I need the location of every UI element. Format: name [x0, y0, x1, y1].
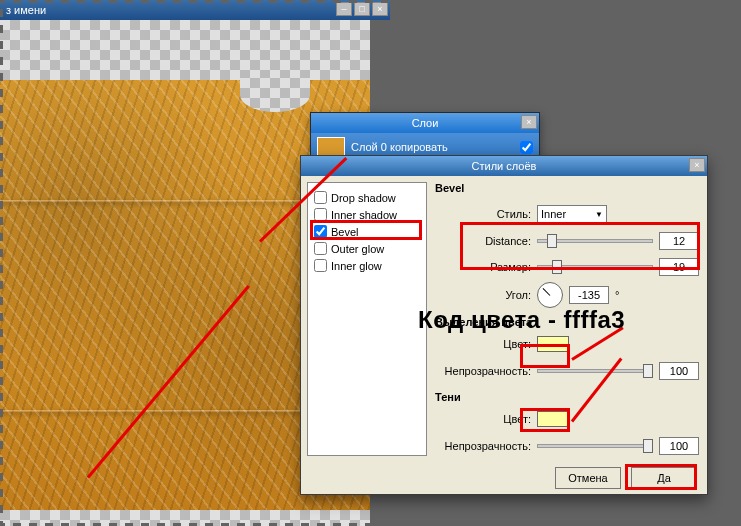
style-label: Стиль: [435, 208, 531, 220]
chevron-down-icon: ▼ [595, 210, 603, 219]
distance-row: Distance: 12 [435, 231, 699, 252]
size-slider[interactable] [537, 265, 653, 269]
size-value[interactable]: 19 [659, 258, 699, 276]
effect-outer-glow[interactable]: Outer glow [312, 240, 422, 257]
angle-value[interactable]: -135 [569, 286, 609, 304]
color-label: Цвет: [435, 338, 531, 350]
bevel-settings: Bevel Стиль: Inner ▼ Distance: 12 Размер… [431, 176, 707, 462]
effect-checkbox[interactable] [314, 225, 327, 238]
dialog-title: Стили слоёв [472, 160, 537, 172]
document-title: з имени [6, 4, 46, 16]
highlight-color-row: Цвет: [435, 334, 699, 355]
style-combo[interactable]: Inner ▼ [537, 205, 607, 223]
layer-thumbnail [317, 137, 345, 157]
effect-checkbox[interactable] [314, 242, 327, 255]
opacity-label: Непрозрачность: [435, 365, 531, 377]
effect-inner-shadow[interactable]: Inner shadow [312, 206, 422, 223]
cancel-button[interactable]: Отмена [555, 467, 621, 489]
effect-checkbox[interactable] [314, 259, 327, 272]
distance-label: Distance: [435, 235, 531, 247]
effect-label: Outer glow [331, 243, 384, 255]
effect-bevel[interactable]: Bevel [312, 223, 422, 240]
style-value: Inner [541, 208, 566, 220]
close-icon[interactable]: × [521, 115, 537, 129]
effect-label: Drop shadow [331, 192, 396, 204]
opacity-label: Непрозрачность: [435, 440, 531, 452]
angle-label: Угол: [435, 289, 531, 301]
shadow-opacity-row: Непрозрачность: 100 [435, 435, 699, 456]
layers-title: Слои [412, 117, 439, 129]
style-row: Стиль: Inner ▼ [435, 204, 699, 225]
shadow-opacity-slider[interactable] [537, 444, 653, 448]
dialog-titlebar[interactable]: Стили слоёв × [301, 156, 707, 176]
effect-drop-shadow[interactable]: Drop shadow [312, 189, 422, 206]
highlight-section: Выделения цвета [435, 316, 699, 328]
shadow-color-swatch[interactable] [537, 411, 569, 427]
dialog-footer: Отмена Да [301, 462, 707, 494]
minimize-icon[interactable]: – [336, 2, 352, 16]
document-titlebar[interactable]: з имени – □ × [0, 0, 390, 20]
size-row: Размер: 19 [435, 257, 699, 278]
effect-checkbox[interactable] [314, 208, 327, 221]
distance-slider[interactable] [537, 239, 653, 243]
angle-dial[interactable] [537, 282, 563, 308]
layer-label: Слой 0 копировать [351, 141, 448, 153]
ok-button[interactable]: Да [631, 467, 697, 489]
panel-heading: Bevel [435, 182, 699, 194]
layers-titlebar[interactable]: Слои × [311, 113, 539, 133]
shadow-color-row: Цвет: [435, 409, 699, 430]
size-label: Размер: [435, 261, 531, 273]
maximize-icon[interactable]: □ [354, 2, 370, 16]
highlight-opacity-slider[interactable] [537, 369, 653, 373]
neckline-cutout [240, 78, 310, 112]
effects-list: Drop shadow Inner shadow Bevel Outer glo… [307, 182, 427, 456]
color-label: Цвет: [435, 413, 531, 425]
layer-visibility-checkbox[interactable] [520, 141, 533, 154]
layer-styles-dialog: Стили слоёв × Drop shadow Inner shadow B… [300, 155, 708, 495]
angle-row: Угол: -135 ° [435, 284, 699, 306]
close-icon[interactable]: × [372, 2, 388, 16]
distance-value[interactable]: 12 [659, 232, 699, 250]
highlight-opacity-row: Непрозрачность: 100 [435, 360, 699, 381]
effect-inner-glow[interactable]: Inner glow [312, 257, 422, 274]
shadow-section: Тени [435, 391, 699, 403]
shadow-opacity-value[interactable]: 100 [659, 437, 699, 455]
effect-checkbox[interactable] [314, 191, 327, 204]
effect-label: Inner glow [331, 260, 382, 272]
effect-label: Bevel [331, 226, 359, 238]
close-icon[interactable]: × [689, 158, 705, 172]
highlight-opacity-value[interactable]: 100 [659, 362, 699, 380]
angle-suffix: ° [615, 289, 619, 301]
effect-label: Inner shadow [331, 209, 397, 221]
highlight-color-swatch[interactable] [537, 336, 569, 352]
